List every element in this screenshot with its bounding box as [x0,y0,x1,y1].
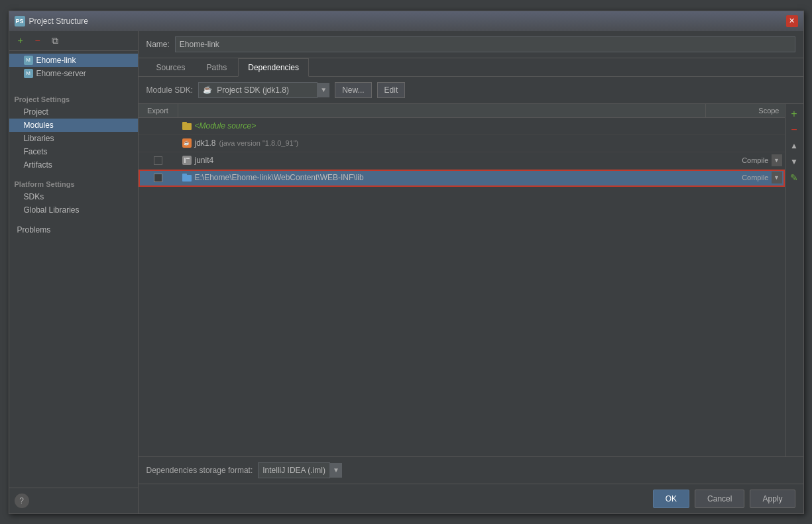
svg-rect-2 [186,158,190,159]
name-label: Name: [146,40,170,49]
export-checkbox-webinf[interactable] [154,174,162,182]
scope-dropdown-junit[interactable]: ▼ [772,154,782,166]
dialog-title: Project Structure [29,17,786,26]
bottom-bar: OK Cancel Apply [139,484,803,513]
scope-cell-2[interactable]: Compile ▼ [705,154,785,166]
dialog-body: + − ⧉ M Ehome-link M Ehome-server Projec… [9,31,803,513]
name-cell-1: ☕ jdk1.8 (java version "1.8.0_91") [178,138,705,148]
export-cell-2 [139,156,178,165]
name-cell-3: E:\Ehome\Ehome-link\WebContent\WEB-INF\l… [178,173,705,182]
scope-col-header: Scope [705,104,785,117]
name-col-header [178,104,705,117]
move-up-button[interactable]: ▲ [787,138,801,153]
name-cell-0: <Module source> [178,121,705,131]
sdk-bar: Module SDK: ☕ Project SDK (jdk1.8) ▼ New… [139,77,803,104]
scope-value-webinf: Compile [742,174,768,182]
sidebar-bottom: ? [9,488,138,513]
jdk-name: jdk1.8 [195,138,216,148]
edit-dep-button[interactable]: ✎ [787,170,801,185]
sdk-select-arrow[interactable]: ▼ [318,83,329,97]
svg-rect-1 [184,158,186,163]
dialog-icon: PS [15,16,25,26]
webinf-path: E:\Ehome\Ehome-link\WebContent\WEB-INF\l… [195,173,364,182]
help-button[interactable]: ? [15,494,29,508]
apply-button[interactable]: Apply [750,490,795,508]
add-dep-button[interactable]: + [787,107,801,121]
sidebar-item-facets[interactable]: Facets [9,145,138,158]
tab-dependencies[interactable]: Dependencies [238,58,309,77]
sidebar-item-global-libraries[interactable]: Global Libraries [9,203,138,217]
module-source-label: <Module source> [195,121,257,131]
scope-value-junit: Compile [742,156,768,164]
dep-row-module-source[interactable]: <Module source> [139,118,785,135]
sdk-label: Module SDK: [146,85,194,95]
tab-sources[interactable]: Sources [146,58,196,76]
remove-button[interactable]: − [30,33,45,48]
jdk-detail: (java version "1.8.0_91") [219,139,299,147]
junit-icon [182,156,192,165]
module-icon: M [24,56,33,65]
scope-dropdown-webinf[interactable]: ▼ [772,172,782,183]
sidebar-item-modules[interactable]: Modules [9,119,138,132]
dep-row-jdk[interactable]: ☕ jdk1.8 (java version "1.8.0_91") [139,135,785,152]
sidebar: + − ⧉ M Ehome-link M Ehome-server Projec… [9,31,139,513]
jdk-icon: ☕ [182,138,192,148]
sidebar-tree: M Ehome-link M Ehome-server Project Sett… [9,51,138,488]
title-bar: PS Project Structure ✕ [9,11,803,31]
tab-paths[interactable]: Paths [197,58,237,76]
name-bar: Name: [139,31,803,58]
sidebar-item-ehome-link[interactable]: M Ehome-link [9,54,138,67]
dep-table-header: Export Scope [139,104,785,118]
project-structure-dialog: PS Project Structure ✕ + − ⧉ M Ehome-lin… [9,11,804,514]
dep-table-wrapper: Export Scope <Module source> [139,104,803,456]
main-panel: Name: Sources Paths Dependencies Module … [139,31,803,513]
sidebar-item-sdks[interactable]: SDKs [9,190,138,203]
sdk-edit-button[interactable]: Edit [377,82,406,98]
dep-main: Export Scope <Module source> [139,104,785,456]
dep-storage-label: Dependencies storage format: [146,466,253,475]
dep-table-container: Export Scope <Module source> [139,104,803,484]
name-cell-2: junit4 [178,156,705,165]
dep-actions: + − ▲ ▼ ✎ [785,104,803,456]
dep-row-junit4[interactable]: junit4 Compile ▼ [139,152,785,170]
export-col-header: Export [139,104,178,117]
cancel-button[interactable]: Cancel [695,490,744,508]
junit-name: junit4 [195,156,214,165]
sidebar-item-ehome-server[interactable]: M Ehome-server [9,67,138,80]
scope-cell-3[interactable]: Compile ▼ [705,172,785,183]
project-settings-header: Project Settings [9,93,138,105]
dep-storage-select[interactable]: IntelliJ IDEA (.iml) [258,462,330,478]
export-cell-3 [139,174,178,182]
dep-storage-bar: Dependencies storage format: IntelliJ ID… [139,456,803,484]
module-icon: M [24,69,33,78]
sdk-select[interactable]: ☕ Project SDK (jdk1.8) [198,82,318,98]
sidebar-item-libraries[interactable]: Libraries [9,132,138,145]
add-button[interactable]: + [13,33,28,48]
move-down-button[interactable]: ▼ [787,154,801,169]
dep-row-webinf-lib[interactable]: E:\Ehome\Ehome-link\WebContent\WEB-INF\l… [139,170,785,187]
dep-storage-dropdown[interactable]: ▼ [330,463,342,478]
name-input[interactable] [175,36,795,52]
platform-settings-header: Platform Settings [9,178,138,190]
sdk-new-button[interactable]: New... [335,82,371,98]
sidebar-item-project[interactable]: Project [9,105,138,119]
sidebar-item-problems[interactable]: Problems [9,223,138,236]
folder-blue-icon [182,174,192,182]
close-button[interactable]: ✕ [786,15,798,27]
copy-button[interactable]: ⧉ [48,33,62,48]
sidebar-toolbar: + − ⧉ [9,31,138,51]
dep-table-body: <Module source> ☕ jdk1.8 (java v [139,118,785,456]
export-checkbox-junit[interactable] [154,156,162,165]
folder-icon [182,122,192,130]
sidebar-item-artifacts[interactable]: Artifacts [9,158,138,172]
ok-button[interactable]: OK [653,490,689,508]
tabs-bar: Sources Paths Dependencies [139,58,803,77]
remove-dep-button[interactable]: − [787,123,801,137]
